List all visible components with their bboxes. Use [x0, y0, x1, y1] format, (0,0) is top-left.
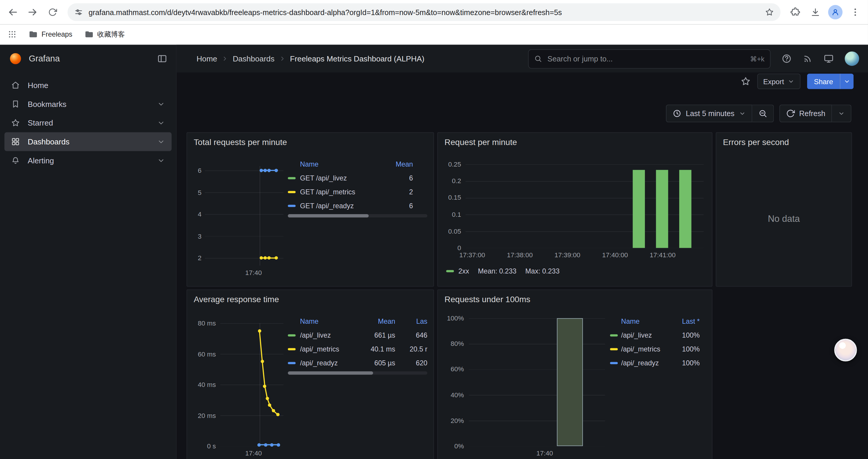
- refresh-icon: [786, 109, 795, 118]
- refresh-interval-button[interactable]: [832, 104, 851, 122]
- user-avatar[interactable]: [845, 52, 859, 66]
- grafana-logo[interactable]: [9, 52, 22, 65]
- legend-header-last[interactable]: Las: [401, 318, 428, 325]
- y-axis-labels: 65432: [187, 167, 202, 262]
- panel-title[interactable]: Average response time: [194, 294, 279, 304]
- help-icon: [782, 54, 792, 64]
- url-text[interactable]: grafana.mathmast.com/d/deytv4rwavabkb/fr…: [89, 8, 760, 16]
- chevron-down-icon[interactable]: [157, 119, 165, 127]
- extensions-button[interactable]: [786, 3, 805, 22]
- legend-row[interactable]: GET /api/_livez 6: [288, 171, 427, 185]
- legend-scrollbar[interactable]: [288, 214, 427, 218]
- breadcrumb-home[interactable]: Home: [196, 54, 217, 63]
- bookmark-folder-blogs[interactable]: 收藏博客: [85, 30, 125, 39]
- news-button[interactable]: [803, 54, 813, 64]
- legend-mean-stat: Mean: 0.233: [478, 267, 517, 275]
- legend-series-name[interactable]: /api/_readyz: [300, 359, 368, 366]
- assistant-avatar[interactable]: [834, 339, 857, 362]
- favorite-star-button[interactable]: [740, 76, 750, 87]
- grid-icon: [8, 30, 17, 39]
- scrollbar-thumb[interactable]: [288, 214, 369, 218]
- share-menu-button[interactable]: [840, 73, 854, 89]
- chart-request-per-minute[interactable]: [466, 164, 704, 248]
- time-range-picker[interactable]: Last 5 minutes: [666, 104, 752, 122]
- series-swatch-green: [610, 334, 618, 336]
- legend-series-name[interactable]: /api/_livez: [300, 331, 368, 339]
- panel-title[interactable]: Request per minute: [445, 137, 517, 147]
- legend-header-name[interactable]: Name: [300, 160, 395, 168]
- zoom-out-icon: [758, 109, 767, 118]
- legend-row[interactable]: /api/_metrics 100%: [610, 342, 700, 356]
- legend-header-mean[interactable]: Mean: [368, 318, 401, 325]
- share-label: Share: [814, 77, 833, 85]
- y-axis-labels: 80 ms60 ms40 ms20 ms0 s: [187, 319, 216, 450]
- legend-series-name[interactable]: /api/_readyz: [621, 359, 672, 366]
- legend-series-name[interactable]: GET /api/_metrics: [300, 188, 395, 196]
- chart-total-requests[interactable]: [205, 166, 283, 266]
- address-bar[interactable]: grafana.mathmast.com/d/deytv4rwavabkb/fr…: [68, 3, 780, 21]
- chart-requests-under-100ms[interactable]: [469, 318, 605, 446]
- legend-row[interactable]: /api/_readyz 100%: [610, 356, 700, 370]
- sidebar-item-bookmarks[interactable]: Bookmarks: [4, 95, 172, 113]
- panel-title[interactable]: Total requests per minute: [194, 137, 287, 147]
- legend-row[interactable]: /api/_livez 661 µs 646: [288, 328, 427, 342]
- legend-row[interactable]: /api/_readyz 605 µs 620: [288, 356, 427, 370]
- panel-title[interactable]: Errors per second: [723, 137, 789, 147]
- legend-header-name[interactable]: Name: [300, 318, 368, 325]
- browser-reload-button[interactable]: [43, 3, 62, 22]
- legend-header-mean[interactable]: Mean: [395, 160, 428, 168]
- share-split-button: Share: [807, 73, 854, 89]
- series-swatch-blue: [288, 204, 296, 206]
- legend-series-name[interactable]: 2xx: [458, 267, 469, 275]
- legend-header-last[interactable]: Last *: [672, 318, 700, 325]
- scrollbar-thumb[interactable]: [288, 371, 373, 374]
- legend-series-name[interactable]: /api/_metrics: [621, 345, 672, 353]
- refresh-button[interactable]: Refresh: [779, 104, 832, 122]
- bookmark-folder-freeleaps[interactable]: Freeleaps: [29, 30, 72, 39]
- y-axis-labels: 0.250.20.150.10.050: [438, 160, 461, 252]
- chevron-down-icon[interactable]: [157, 157, 165, 164]
- brand-title: Grafana: [29, 54, 150, 64]
- share-button[interactable]: Share: [807, 73, 840, 89]
- legend-series-name[interactable]: /api/_livez: [621, 331, 672, 339]
- legend-row[interactable]: /api/_livez 100%: [610, 328, 700, 342]
- site-controls-icon[interactable]: [74, 8, 83, 17]
- browser-forward-button[interactable]: [23, 3, 42, 22]
- sidebar-item-home[interactable]: Home: [4, 76, 172, 95]
- search-input[interactable]: [546, 54, 745, 64]
- legend-row[interactable]: /api/_metrics 40.1 ms 20.5 r: [288, 342, 427, 356]
- bell-icon: [11, 156, 20, 165]
- legend-row[interactable]: GET /api/_readyz 6: [288, 199, 427, 213]
- search-box[interactable]: ⌘+k: [528, 49, 771, 68]
- display-button[interactable]: [824, 54, 834, 64]
- legend-series-name[interactable]: GET /api/_livez: [300, 174, 395, 182]
- downloads-button[interactable]: [806, 3, 825, 22]
- sidebar-item-dashboards[interactable]: Dashboards: [4, 132, 172, 151]
- panel-title[interactable]: Requests under 100ms: [445, 294, 531, 304]
- chevron-down-icon[interactable]: [157, 138, 165, 145]
- legend-scrollbar[interactable]: [288, 371, 427, 374]
- chevron-right-icon: [222, 55, 228, 62]
- home-icon: [11, 81, 20, 90]
- help-button[interactable]: [782, 54, 792, 64]
- browser-profile-button[interactable]: [826, 3, 845, 22]
- legend-series-name[interactable]: /api/_metrics: [300, 345, 368, 353]
- legend-mean-value: 2: [395, 188, 428, 196]
- sidebar-collapse-button[interactable]: [157, 54, 167, 64]
- sidebar-item-starred[interactable]: Starred: [4, 113, 172, 132]
- export-button[interactable]: Export: [757, 73, 801, 89]
- browser-back-button[interactable]: [3, 3, 22, 22]
- legend-max-stat: Max: 0.233: [525, 267, 560, 275]
- search-icon: [534, 55, 542, 62]
- bookmark-star-icon[interactable]: [765, 8, 774, 17]
- chevron-down-icon[interactable]: [157, 100, 165, 108]
- apps-grid-button[interactable]: [8, 30, 17, 39]
- browser-menu-button[interactable]: [846, 3, 865, 22]
- zoom-out-button[interactable]: [752, 104, 774, 122]
- legend-series-name[interactable]: GET /api/_readyz: [300, 202, 395, 209]
- breadcrumb-dashboards[interactable]: Dashboards: [233, 54, 275, 63]
- chart-average-response-time[interactable]: [220, 323, 284, 446]
- legend-header-name[interactable]: Name: [621, 318, 672, 325]
- legend-row[interactable]: GET /api/_metrics 2: [288, 185, 427, 199]
- sidebar-item-alerting[interactable]: Alerting: [4, 151, 172, 170]
